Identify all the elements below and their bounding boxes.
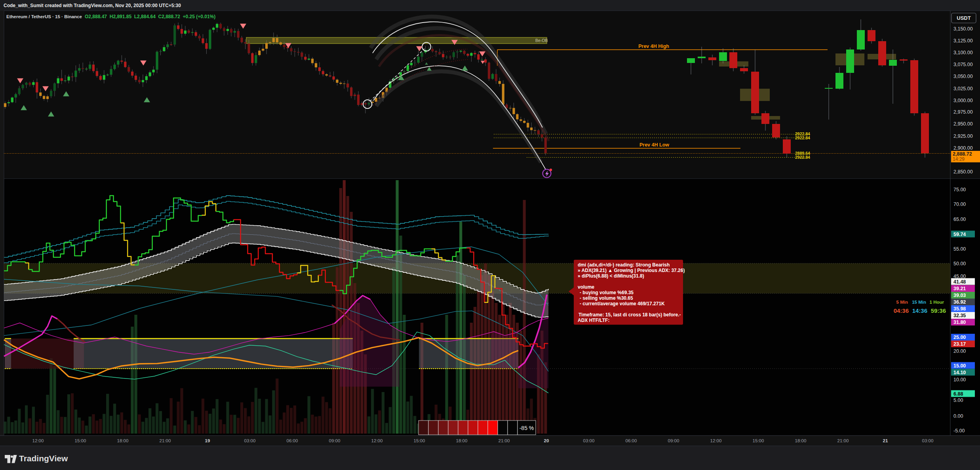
svg-text:36.92: 36.92 <box>953 299 966 305</box>
svg-text:18:00: 18:00 <box>795 438 807 443</box>
svg-text:USDT: USDT <box>957 15 970 21</box>
svg-text:21:00: 21:00 <box>837 438 849 443</box>
svg-text:3,000.00: 3,000.00 <box>953 98 973 103</box>
svg-text:39.21: 39.21 <box>953 286 966 291</box>
svg-text:- current/average volume 469/1: - current/average volume 469/17.271K <box>580 301 665 306</box>
svg-text:23.17: 23.17 <box>953 341 966 347</box>
svg-text:06:00: 06:00 <box>287 438 298 443</box>
svg-text:15 Min: 15 Min <box>912 300 926 304</box>
svg-text:70.00: 70.00 <box>953 202 966 207</box>
svg-text:15:00: 15:00 <box>414 438 425 443</box>
svg-text:2922.84: 2922.84 <box>795 135 810 140</box>
svg-text:- buying volume %69.35: - buying volume %69.35 <box>580 290 634 295</box>
svg-text:3,100.00: 3,100.00 <box>953 50 973 55</box>
svg-text:35.98: 35.98 <box>953 306 966 312</box>
svg-text:20.00: 20.00 <box>953 348 966 354</box>
svg-text:09:00: 09:00 <box>329 438 341 443</box>
svg-text:21:00: 21:00 <box>160 438 171 443</box>
svg-text:2,888.72: 2,888.72 <box>953 151 972 157</box>
svg-text:2,900.00: 2,900.00 <box>953 145 973 151</box>
svg-text:06:00: 06:00 <box>626 438 637 443</box>
svg-text:2,925.00: 2,925.00 <box>953 133 973 139</box>
svg-text:31.80: 31.80 <box>953 320 966 325</box>
svg-text:10.00: 10.00 <box>953 377 966 382</box>
svg-text:75.00: 75.00 <box>953 187 966 192</box>
svg-text:12:00: 12:00 <box>371 438 383 443</box>
svg-text:Ethereum / TetherUS · 15 · Bin: Ethereum / TetherUS · 15 · Binance <box>6 14 82 19</box>
svg-text:03:00: 03:00 <box>583 438 595 443</box>
svg-text:50.00: 50.00 <box>953 261 966 266</box>
svg-text:Prev 4H Low: Prev 4H Low <box>639 142 669 148</box>
svg-text:32.35: 32.35 <box>953 313 966 318</box>
svg-text:3,050.00: 3,050.00 <box>953 74 973 79</box>
svg-text:3,075.00: 3,075.00 <box>953 62 973 67</box>
svg-text:20: 20 <box>544 438 549 443</box>
svg-text:TradingView: TradingView <box>19 454 68 463</box>
svg-text:3,025.00: 3,025.00 <box>953 86 973 91</box>
svg-text:18:00: 18:00 <box>117 438 129 443</box>
svg-text:dmi (adx,di+/di-) reading: Str: dmi (adx,di+/di-) reading: Strong Bearis… <box>578 262 670 268</box>
svg-text:15.00: 15.00 <box>953 363 966 369</box>
svg-text:15:00: 15:00 <box>75 438 86 443</box>
svg-text:14.10: 14.10 <box>953 370 966 375</box>
svg-text:21: 21 <box>883 438 888 443</box>
svg-text:1 Hour: 1 Hour <box>930 300 944 304</box>
svg-text:41.48: 41.48 <box>953 279 966 285</box>
svg-text:Prev 4H High: Prev 4H High <box>638 44 669 49</box>
svg-text:Timeframe: 15, last di cross 1: Timeframe: 15, last di cross 18 bar(s) b… <box>578 312 681 318</box>
svg-text:25.00: 25.00 <box>953 335 966 340</box>
svg-text:» ADX(39.21) ▲ Growing | Previ: » ADX(39.21) ▲ Growing | Previous ADX: 3… <box>578 268 685 273</box>
svg-text:03:00: 03:00 <box>922 438 934 443</box>
svg-text:-5.00: -5.00 <box>953 428 965 434</box>
svg-text:39.03: 39.03 <box>953 293 966 298</box>
svg-text:09:00: 09:00 <box>668 438 679 443</box>
svg-text:Be-OB: Be-OB <box>535 38 548 43</box>
svg-text:5.00: 5.00 <box>953 398 963 403</box>
svg-text:19: 19 <box>205 438 210 443</box>
svg-text:03:00: 03:00 <box>244 438 256 443</box>
svg-text:21:00: 21:00 <box>499 438 510 443</box>
svg-text:» diPlus(6.88) < diMinus(31.8): » diPlus(6.88) < diMinus(31.8) <box>578 273 644 279</box>
svg-text:6.88: 6.88 <box>953 391 963 397</box>
svg-text:15:00: 15:00 <box>753 438 764 443</box>
svg-text:18:00: 18:00 <box>456 438 468 443</box>
svg-text:O2,888.47 H2,891.85 L2,884.6: O2,888.47 H2,891.85 L2,884.64 C2,888.72 … <box>85 14 215 19</box>
svg-text:Code_with_Sumit created with T: Code_with_Sumit created with TradingView… <box>4 3 181 8</box>
svg-text:45.00: 45.00 <box>953 274 966 279</box>
svg-text:2922.84: 2922.84 <box>795 155 810 160</box>
svg-text:14:36: 14:36 <box>912 307 927 314</box>
svg-text:59.74: 59.74 <box>953 232 966 237</box>
svg-text:65.00: 65.00 <box>953 217 966 222</box>
svg-text:0.00: 0.00 <box>953 413 963 419</box>
svg-text:volume: volume <box>578 284 594 290</box>
svg-text:ADX HTF/LTF:: ADX HTF/LTF: <box>578 318 609 323</box>
svg-text:- selling volume %30.65: - selling volume %30.65 <box>580 295 633 301</box>
svg-text:3,125.00: 3,125.00 <box>953 38 973 44</box>
svg-text:59:36: 59:36 <box>931 307 946 314</box>
svg-text:12:00: 12:00 <box>32 438 44 443</box>
svg-text:55.00: 55.00 <box>953 246 966 252</box>
svg-text:2,850.00: 2,850.00 <box>953 169 973 175</box>
svg-text:5 Min: 5 Min <box>896 300 908 304</box>
svg-text:2,950.00: 2,950.00 <box>953 121 973 127</box>
svg-text:04:36: 04:36 <box>894 307 909 314</box>
svg-text:2,975.00: 2,975.00 <box>953 109 973 115</box>
svg-text:-85 %: -85 % <box>519 425 534 431</box>
svg-text:3,150.00: 3,150.00 <box>953 26 973 32</box>
svg-text:14:29: 14:29 <box>953 156 965 162</box>
svg-text:12:00: 12:00 <box>710 438 722 443</box>
